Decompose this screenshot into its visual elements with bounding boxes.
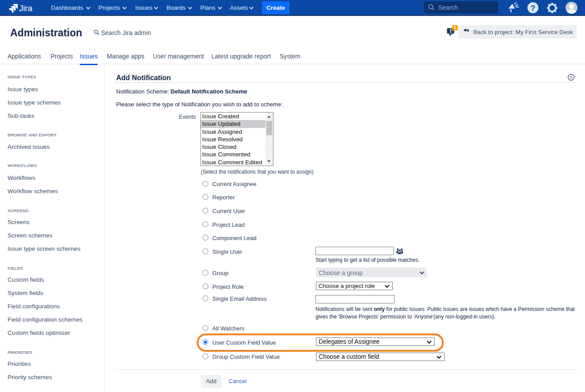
svg-text:1: 1 [454, 25, 456, 30]
svg-text:?: ? [570, 75, 573, 80]
